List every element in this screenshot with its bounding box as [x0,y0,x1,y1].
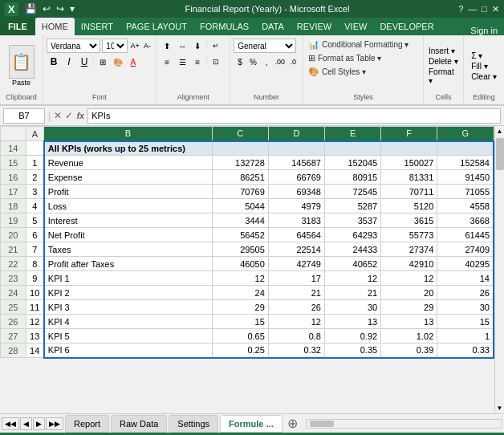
row-header[interactable]: 25 [1,300,26,315]
tab-developer[interactable]: DEVELOPER [373,18,440,35]
minimize-button[interactable]: — [468,4,477,14]
accounting-format-button[interactable]: $ [234,55,246,69]
cell-b[interactable]: KPI 6 [44,344,212,358]
file-tab[interactable]: FILE [0,18,35,35]
cell-g[interactable]: 61445 [437,228,494,242]
font-name-select[interactable]: Verdana [47,39,100,53]
sheet-tab-formule[interactable]: Formule ... [220,415,282,433]
format-as-table-button[interactable]: ⊞ Format as Table ▾ [308,52,418,64]
cancel-formula-icon[interactable]: ✕ [54,110,62,121]
cell-g[interactable]: 4558 [437,199,494,213]
format-cells-button[interactable]: Format ▾ [429,67,458,85]
cell-a[interactable]: 5 [26,213,44,228]
cell-styles-button[interactable]: 🎨 Cell Styles ▾ [308,66,418,78]
cell-f[interactable]: 27374 [381,242,437,257]
name-box[interactable] [3,108,45,124]
cell-d[interactable]: 12 [268,315,324,329]
cell-a[interactable]: 14 [26,344,44,358]
cell-b[interactable]: KPI 3 [44,300,212,315]
fill-button[interactable]: Fill ▾ [471,62,497,71]
row-header[interactable]: 18 [1,199,26,213]
border-button[interactable]: ⊞ [96,55,110,69]
insert-cells-button[interactable]: Insert ▾ [429,47,458,55]
cell-f[interactable]: 70711 [381,185,437,199]
cell-b[interactable]: Interest [44,213,212,228]
scroll-thumb[interactable] [496,138,504,170]
cell-f[interactable]: 150027 [381,156,437,170]
cell-e[interactable]: 152045 [324,156,380,170]
cell-d[interactable]: 0.32 [268,344,324,358]
cell-f[interactable]: 3615 [381,213,437,228]
cell-c[interactable]: 15 [212,315,268,329]
cell-a[interactable]: 2 [26,170,44,185]
cell-f[interactable]: 81331 [381,170,437,185]
cell-c[interactable]: 0.65 [212,329,268,344]
cell-c[interactable]: 12 [212,271,268,286]
col-header-f[interactable]: F [381,127,437,141]
scrollbar-horizontal[interactable] [306,419,502,429]
cell-a[interactable]: 7 [26,242,44,257]
cell-c[interactable]: 86251 [212,170,268,185]
cell-g[interactable]: 27409 [437,242,494,257]
cell-g[interactable]: 14 [437,271,494,286]
right-align-button[interactable]: ≡ [190,55,205,69]
cell-g[interactable]: 0.33 [437,344,494,358]
cell-a[interactable]: 8 [26,257,44,271]
tab-home[interactable]: HOME [35,18,75,35]
cell-g[interactable]: 1 [437,329,494,344]
cell-d[interactable]: 66769 [268,170,324,185]
cell-d[interactable]: 145687 [268,156,324,170]
cell-d[interactable]: 64564 [268,228,324,242]
row-header[interactable]: 23 [1,271,26,286]
cell-c[interactable]: 5044 [212,199,268,213]
tab-formulas[interactable]: FORMULAS [193,18,255,35]
cell-c[interactable]: 132728 [212,156,268,170]
cell-g[interactable]: 26 [437,286,494,300]
tab-insert[interactable]: INSERT [75,18,120,35]
row-header[interactable]: 20 [1,228,26,242]
cell-g[interactable]: 152584 [437,156,494,170]
cell-a[interactable]: 10 [26,286,44,300]
row-header[interactable]: 27 [1,329,26,344]
cell-e[interactable]: 0.35 [324,344,380,358]
cell-d[interactable]: 42749 [268,257,324,271]
redo-icon[interactable]: ↪ [55,3,66,14]
cell-e[interactable]: 13 [324,315,380,329]
sheet-tab-raw-data[interactable]: Raw Data [111,415,167,433]
cell-f[interactable]: 20 [381,286,437,300]
italic-button[interactable]: I [62,55,76,69]
autosum-button[interactable]: Σ ▾ [471,51,497,60]
cell-e[interactable]: 5287 [324,199,380,213]
cell-e[interactable]: 21 [324,286,380,300]
cell-d[interactable]: 69348 [268,185,324,199]
cell-f[interactable]: 0.39 [381,344,437,358]
top-align-button[interactable]: ⬆ [160,39,174,53]
scrollbar-vertical[interactable]: ▲ ▼ [494,126,504,413]
row-header[interactable]: 19 [1,213,26,228]
cell-e[interactable]: 12 [324,271,380,286]
customize-qat-icon[interactable]: ▾ [68,3,76,14]
formula-input[interactable] [87,108,501,124]
cell-b[interactable]: Revenue [44,156,212,170]
cell-d[interactable] [268,141,324,156]
sheet-last-button[interactable]: ▶▶ [46,417,63,430]
undo-icon[interactable]: ↩ [41,3,52,14]
cell-c[interactable]: 46050 [212,257,268,271]
row-header[interactable]: 14 [1,141,26,156]
cell-d[interactable]: 4979 [268,199,324,213]
font-size-select[interactable]: 10 [102,39,128,53]
confirm-formula-icon[interactable]: ✓ [65,110,73,121]
cell-a[interactable] [26,141,44,156]
cell-a[interactable]: 11 [26,300,44,315]
paste-button[interactable]: 📋 Paste [9,45,35,87]
row-header[interactable]: 24 [1,286,26,300]
left-align-button[interactable]: ≡ [160,55,174,69]
cell-e[interactable]: 30 [324,300,380,315]
decrease-decimal-button[interactable]: .0 [287,55,299,69]
fill-color-button[interactable]: 🎨 [111,55,125,69]
comma-button[interactable]: , [260,55,273,69]
cell-c[interactable]: 0.25 [212,344,268,358]
col-header-b[interactable]: B [44,127,212,141]
cell-b[interactable]: All KPIs (works up to 25 metrics) [44,141,212,156]
cell-f[interactable]: 1.02 [381,329,437,344]
